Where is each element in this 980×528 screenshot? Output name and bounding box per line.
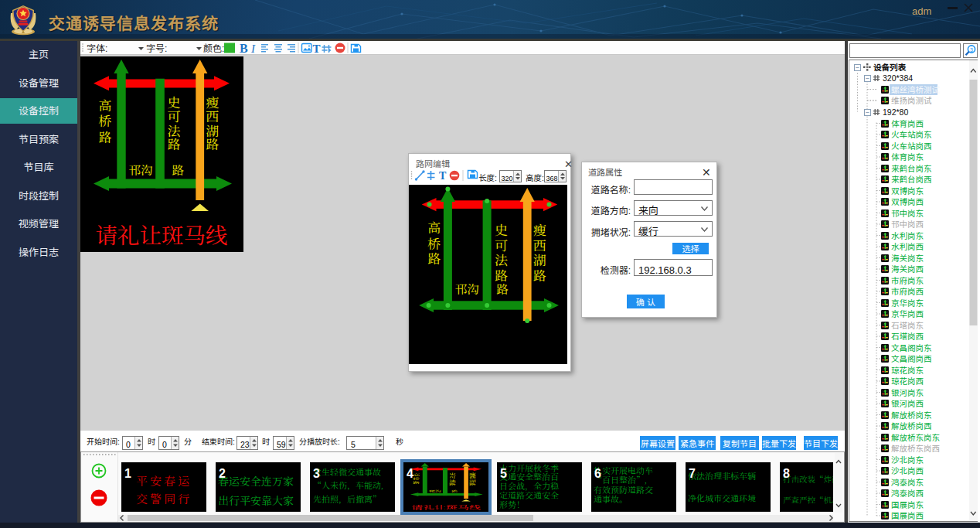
svg-text:3: 3 [970,47,973,53]
svg-text:路: 路 [99,127,112,146]
svg-text:请礼让斑马线: 请礼让斑马线 [411,503,481,511]
svg-text:T: T [313,43,321,55]
svg-text:路: 路 [172,161,185,178]
svg-text:路: 路 [449,482,456,486]
svg-text:路: 路 [451,489,458,493]
svg-text:邗沟: 邗沟 [128,161,152,178]
svg-text:路: 路 [469,482,476,486]
svg-text:路: 路 [533,265,546,284]
svg-text:路: 路 [497,280,509,297]
svg-text:邗沟: 邗沟 [455,280,479,297]
svg-text:邗沟: 邗沟 [429,489,442,493]
svg-text:路: 路 [413,480,420,485]
svg-text:路: 路 [427,248,441,267]
svg-text:B: B [240,42,248,55]
svg-text:T: T [439,170,447,182]
svg-text:路: 路 [168,134,181,153]
svg-text:请礼让斑马线: 请礼让斑马线 [95,218,227,250]
svg-text:路: 路 [206,134,219,153]
svg-text:I: I [250,43,256,55]
